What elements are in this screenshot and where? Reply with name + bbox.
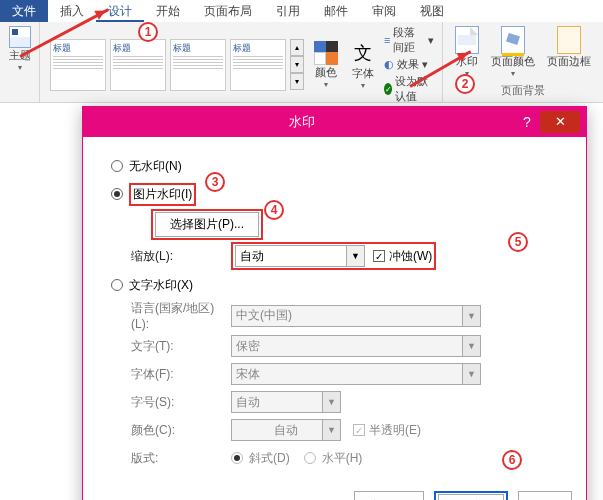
radio-icon <box>111 188 123 200</box>
color-select: 自动 ▼ <box>231 419 341 441</box>
colors-icon <box>314 41 338 65</box>
ok-button[interactable]: 确定 <box>438 494 504 500</box>
size-value: 自动 <box>236 394 260 411</box>
para-spacing-button[interactable]: ≡段落间距▾ <box>382 24 436 56</box>
callout-3: 3 <box>205 172 225 192</box>
help-button[interactable]: ? <box>514 114 540 130</box>
callout-5: 5 <box>508 232 528 252</box>
gallery-item[interactable]: 标题 <box>50 39 106 91</box>
radio-label: 无水印(N) <box>129 158 182 175</box>
tab-start[interactable]: 开始 <box>144 0 192 22</box>
callout-2: 2 <box>455 74 475 94</box>
dialog-body: 无水印(N) 图片水印(I) 选择图片(P)... 缩放(L): 自动 ▼ 冲蚀… <box>83 137 586 485</box>
size-select: 自动 ▼ <box>231 391 341 413</box>
color-label: 颜色(C): <box>131 422 231 439</box>
lang-label: 语言(国家/地区)(L): <box>131 300 231 331</box>
tab-ref[interactable]: 引用 <box>264 0 312 22</box>
tab-mail[interactable]: 邮件 <box>312 0 360 22</box>
scale-value: 自动 <box>240 248 264 265</box>
tab-review[interactable]: 审阅 <box>360 0 408 22</box>
gallery-item[interactable]: 标题 <box>170 39 226 91</box>
format-options: ≡段落间距▾ ◐效果▾ ✓设为默认值 <box>382 24 436 105</box>
page-color-button[interactable]: 页面颜色▾ <box>485 24 541 80</box>
radio-no-watermark[interactable]: 无水印(N) <box>111 153 566 179</box>
lang-select: 中文(中国) ▼ <box>231 305 481 327</box>
ribbon-body: 主题 ▾ 标题 标题 标题 标题 ▴▾▾ 颜色▾ 文 字体▾ <box>0 22 603 102</box>
semi-label: 半透明(E) <box>369 422 421 439</box>
checkbox-icon <box>353 424 365 436</box>
diag-label: 斜式(D) <box>249 450 290 467</box>
layout-label: 版式: <box>131 450 231 467</box>
fonts-icon: 文 <box>350 40 376 66</box>
horiz-label: 水平(H) <box>322 450 363 467</box>
callout-6: 6 <box>502 450 522 470</box>
text-select: 保密 ▼ <box>231 335 481 357</box>
radio-icon <box>231 452 243 464</box>
page-color-label: 页面颜色 <box>491 54 535 69</box>
page-border-icon <box>557 26 581 54</box>
chevron-down-icon: ▼ <box>462 364 480 384</box>
callout-1: 1 <box>138 22 158 42</box>
chevron-down-icon: ▼ <box>462 336 480 356</box>
text-label: 文字(T): <box>131 338 231 355</box>
checkbox-icon <box>373 250 385 262</box>
fonts-button[interactable]: 文 字体▾ <box>344 38 382 92</box>
scale-label: 缩放(L): <box>131 248 231 265</box>
theme-icon <box>9 26 31 48</box>
chevron-down-icon: ▾ <box>18 63 22 72</box>
page-border-label: 页面边框 <box>547 54 591 69</box>
chevron-down-icon: ▼ <box>346 246 364 266</box>
colors-label: 颜色 <box>315 65 337 80</box>
select-picture-button[interactable]: 选择图片(P)... <box>155 212 259 237</box>
radio-text-watermark[interactable]: 文字水印(X) <box>111 272 566 298</box>
radio-diagonal: 斜式(D) <box>231 450 290 467</box>
close-button[interactable]: ✕ <box>540 111 580 133</box>
size-label: 字号(S): <box>131 394 231 411</box>
dialog-title: 水印 <box>89 113 514 131</box>
group-doc-format: 标题 标题 标题 标题 ▴▾▾ 颜色▾ 文 字体▾ ≡段落间距▾ ◐效果▾ <box>40 22 443 102</box>
effects-button[interactable]: ◐效果▾ <box>382 56 436 73</box>
semi-checkbox: 半透明(E) <box>353 422 421 439</box>
watermark-dialog: 水印 ? ✕ 无水印(N) 图片水印(I) 选择图片(P)... 缩放(L): … <box>82 106 587 500</box>
chevron-down-icon: ▼ <box>322 392 340 412</box>
color-value: 自动 <box>274 422 298 439</box>
colors-button[interactable]: 颜色▾ <box>308 39 344 91</box>
gallery-item[interactable]: 标题 <box>230 39 286 91</box>
radio-label: 图片水印(I) <box>129 183 196 206</box>
washout-checkbox[interactable]: 冲蚀(W) <box>373 248 432 265</box>
cancel-button[interactable]: 取消 <box>518 491 572 500</box>
apply-button[interactable]: 应用(A) <box>354 491 424 500</box>
font-select: 宋体 ▼ <box>231 363 481 385</box>
font-label: 字体(F): <box>131 366 231 383</box>
radio-picture-watermark[interactable]: 图片水印(I) <box>111 181 566 207</box>
page-color-icon <box>501 26 525 54</box>
radio-icon <box>304 452 316 464</box>
gallery-item[interactable]: 标题 <box>110 39 166 91</box>
font-value: 宋体 <box>236 366 260 383</box>
fonts-label: 字体 <box>352 66 374 81</box>
text-value: 保密 <box>236 338 260 355</box>
gallery-scroll[interactable]: ▴▾▾ <box>290 39 304 91</box>
dialog-footer: 应用(A) 确定 取消 <box>83 485 586 500</box>
group-theme: 主题 ▾ <box>0 22 40 102</box>
scale-select[interactable]: 自动 ▼ <box>235 245 365 267</box>
callout-4: 4 <box>264 200 284 220</box>
dialog-titlebar: 水印 ? ✕ <box>83 107 586 137</box>
ribbon: 文件 插入 设计 开始 页面布局 引用 邮件 审阅 视图 主题 ▾ 标题 标题 … <box>0 0 603 103</box>
group-label: 页面背景 <box>501 81 545 100</box>
tab-view[interactable]: 视图 <box>408 0 456 22</box>
tab-layout[interactable]: 页面布局 <box>192 0 264 22</box>
washout-label: 冲蚀(W) <box>389 248 432 265</box>
style-gallery[interactable]: 标题 标题 标题 标题 ▴▾▾ <box>46 35 308 95</box>
radio-label: 文字水印(X) <box>129 277 193 294</box>
radio-horizontal: 水平(H) <box>304 450 363 467</box>
radio-icon <box>111 279 123 291</box>
lang-value: 中文(中国) <box>236 307 292 324</box>
radio-icon <box>111 160 123 172</box>
page-border-button[interactable]: 页面边框 <box>541 24 597 80</box>
chevron-down-icon: ▼ <box>462 306 480 326</box>
chevron-down-icon: ▼ <box>322 420 340 440</box>
tab-file[interactable]: 文件 <box>0 0 48 22</box>
